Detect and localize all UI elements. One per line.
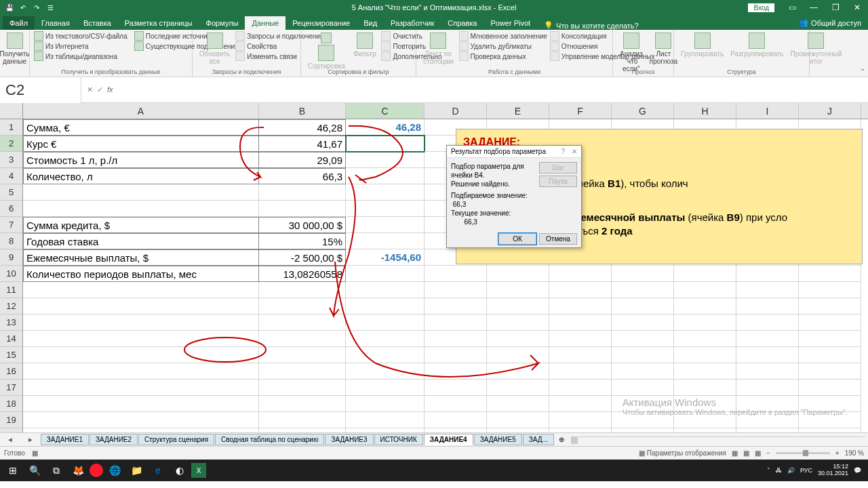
zoom-out-icon[interactable]: −: [766, 449, 770, 457]
cell-B13[interactable]: [259, 314, 346, 331]
subtotal-button[interactable]: Промежуточный итог: [788, 31, 845, 66]
sheet-tab[interactable]: ЗАДАНИЕ4: [424, 434, 473, 445]
edge-icon[interactable]: e: [148, 461, 168, 480]
row-header-20[interactable]: 20: [0, 428, 23, 432]
touch-icon[interactable]: ☰: [45, 2, 56, 13]
new-sheet-button[interactable]: ⊕: [555, 436, 568, 443]
macro-record-icon[interactable]: ▦: [32, 449, 38, 457]
col-header-A[interactable]: A: [23, 103, 259, 119]
redo-icon[interactable]: ↷: [31, 2, 42, 13]
cell-A11[interactable]: [23, 282, 259, 298]
cell-B9[interactable]: -2 500,00 $: [259, 249, 346, 266]
cell-C4[interactable]: [346, 168, 425, 184]
cell-J12[interactable]: [799, 298, 861, 314]
cell-H14[interactable]: [674, 331, 736, 347]
tray-clock[interactable]: 15:1230.01.2021: [818, 464, 848, 477]
cell-F15[interactable]: [549, 347, 612, 363]
undo-icon[interactable]: ↶: [18, 2, 28, 13]
group-button[interactable]: Группировать: [678, 31, 726, 66]
cell-F11[interactable]: [549, 282, 612, 298]
opera-icon[interactable]: [90, 464, 103, 477]
cell-I12[interactable]: [736, 298, 799, 314]
tab-developer[interactable]: Разработчик: [384, 16, 441, 30]
row-header-14[interactable]: 14: [0, 331, 23, 347]
data-validation-button[interactable]: Проверка данных: [459, 52, 547, 61]
cell-B11[interactable]: [259, 282, 346, 298]
cell-C20[interactable]: [346, 428, 425, 432]
text-to-columns-button[interactable]: Текст по столбцам: [420, 31, 456, 66]
cell-A16[interactable]: [23, 363, 259, 380]
cell-A9[interactable]: Ежемесячные выплаты, $: [23, 249, 259, 266]
firefox-icon[interactable]: 🦊: [68, 461, 88, 480]
col-header-C[interactable]: C: [346, 103, 425, 119]
sort-button[interactable]: Сортировка: [305, 31, 348, 71]
cell-D10[interactable]: [425, 266, 487, 282]
app-icon[interactable]: ◐: [170, 461, 190, 480]
cell-F18[interactable]: [549, 396, 612, 412]
cell-C2[interactable]: [346, 136, 425, 152]
share-button[interactable]: 👥Общий доступ: [792, 16, 868, 30]
name-box[interactable]: [0, 77, 81, 103]
tab-home[interactable]: Главная: [35, 16, 77, 30]
cell-G15[interactable]: [612, 347, 674, 363]
worksheet[interactable]: ABCDEFGHIJ 1Сумма, €46,2846,282Курс €41,…: [0, 103, 868, 432]
sheet-tab[interactable]: ЗАДАНИЕ1: [41, 434, 89, 445]
cell-A4[interactable]: Количество, л: [23, 168, 259, 184]
cell-F19[interactable]: [549, 412, 612, 428]
cell-E19[interactable]: [487, 412, 549, 428]
row-header-4[interactable]: 4: [0, 168, 23, 184]
row-header-1[interactable]: 1: [0, 119, 23, 136]
cell-C6[interactable]: [346, 201, 425, 217]
dialog-close-icon[interactable]: ✕: [572, 148, 577, 155]
sheet-tab[interactable]: ЗАДАНИЕ2: [90, 434, 138, 445]
cell-B1[interactable]: 46,28: [259, 119, 346, 136]
cell-J16[interactable]: [799, 363, 861, 380]
cell-D15[interactable]: [425, 347, 487, 363]
col-header-F[interactable]: F: [549, 103, 612, 119]
cell-A3[interactable]: Стоимость 1 л, р./л: [23, 152, 259, 168]
select-all-corner[interactable]: [0, 103, 23, 119]
cell-H10[interactable]: [674, 266, 736, 282]
cancel-button[interactable]: Отмена: [539, 233, 577, 245]
cell-B7[interactable]: 30 000,00 $: [259, 217, 346, 233]
cell-D13[interactable]: [425, 314, 487, 331]
cell-A17[interactable]: [23, 380, 259, 396]
display-settings-button[interactable]: ▦ Параметры отображения: [639, 449, 726, 457]
cell-E11[interactable]: [487, 282, 549, 298]
row-header-16[interactable]: 16: [0, 363, 23, 380]
row-header-5[interactable]: 5: [0, 184, 23, 201]
col-header-G[interactable]: G: [612, 103, 674, 119]
cell-C17[interactable]: [346, 380, 425, 396]
hscroll-left[interactable]: [571, 437, 578, 444]
explorer-icon[interactable]: 📁: [126, 461, 146, 480]
cell-A14[interactable]: [23, 331, 259, 347]
cell-C16[interactable]: [346, 363, 425, 380]
filter-button[interactable]: Фильтр: [351, 31, 379, 59]
cell-A6[interactable]: [23, 201, 259, 217]
cell-B8[interactable]: 15%: [259, 233, 346, 249]
cell-E16[interactable]: [487, 363, 549, 380]
col-header-J[interactable]: J: [799, 103, 861, 119]
cell-A19[interactable]: [23, 412, 259, 428]
cell-B12[interactable]: [259, 298, 346, 314]
row-header-10[interactable]: 10: [0, 266, 23, 282]
cell-D20[interactable]: [425, 428, 487, 432]
cell-I20[interactable]: [736, 428, 799, 432]
cell-I10[interactable]: [736, 266, 799, 282]
row-header-13[interactable]: 13: [0, 314, 23, 331]
cell-E13[interactable]: [487, 314, 549, 331]
excel-icon[interactable]: X: [191, 463, 206, 478]
cell-D17[interactable]: [425, 380, 487, 396]
maximize-button[interactable]: ❐: [825, 0, 846, 15]
accept-formula-icon[interactable]: ✓: [97, 85, 103, 94]
cell-C11[interactable]: [346, 282, 425, 298]
cell-B3[interactable]: 29,09: [259, 152, 346, 168]
cell-J20[interactable]: [799, 428, 861, 432]
cell-B19[interactable]: [259, 412, 346, 428]
cancel-formula-icon[interactable]: ✕: [87, 85, 93, 94]
cell-H20[interactable]: [674, 428, 736, 432]
tab-data[interactable]: Данные: [245, 16, 285, 30]
cell-F14[interactable]: [549, 331, 612, 347]
sheet-tab[interactable]: Сводная таблица по сценарию: [215, 434, 324, 445]
cell-I11[interactable]: [736, 282, 799, 298]
